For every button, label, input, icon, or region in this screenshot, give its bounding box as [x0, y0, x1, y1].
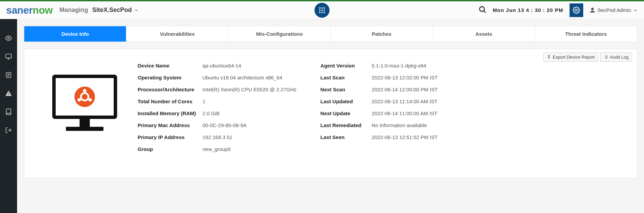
svg-line-10 — [484, 11, 486, 13]
user-icon — [589, 7, 596, 13]
device-illustration — [32, 63, 138, 138]
book-icon — [5, 108, 12, 115]
sidebar-reports[interactable] — [5, 72, 12, 78]
sidebar-library[interactable] — [5, 108, 12, 115]
user-menu[interactable]: SecPod Admin — [589, 7, 638, 13]
brand-part2: now — [33, 4, 53, 16]
device-info-row: Device Nameqa-ubuntux64-14 Operating Sys… — [32, 63, 629, 152]
panel-actions: Export Device Report Audit Log — [543, 52, 632, 62]
brand-part1: saner — [6, 4, 33, 16]
props-right: Agent Version5.1-1.0-noui-1-dpkg-x64 Las… — [320, 63, 437, 152]
managing-label: Managing — [59, 6, 88, 14]
search-icon — [478, 5, 487, 14]
audit-log-button[interactable]: Audit Log — [600, 52, 632, 62]
svg-point-9 — [479, 7, 484, 12]
kv-last-updated: Last Updated2022-06-13 11:14:00 AM IST — [320, 98, 437, 104]
site-name: SiteX.SecPod — [92, 6, 132, 14]
svg-point-1 — [321, 7, 323, 9]
user-name: SecPod Admin — [598, 7, 631, 13]
kv-mac: Primary Mac Address00-0C-29-85-08-9A — [138, 122, 296, 128]
svg-point-34 — [78, 98, 81, 102]
kv-agent-version: Agent Version5.1-1.0-noui-1-dpkg-x64 — [320, 63, 437, 69]
device-properties: Device Nameqa-ubuntux64-14 Operating Sys… — [138, 63, 438, 152]
sidebar — [0, 19, 17, 213]
svg-rect-29 — [66, 127, 103, 131]
site-selector[interactable]: SiteX.SecPod — [92, 6, 139, 14]
sidebar-devices[interactable] — [5, 53, 12, 60]
header-datetime: Mon Jun 13 4 : 30 : 20 PM — [493, 7, 563, 13]
tab-patches[interactable]: Patches — [331, 26, 433, 42]
export-device-report-button[interactable]: Export Device Report — [543, 52, 599, 62]
svg-point-5 — [323, 9, 325, 11]
sidebar-visibility[interactable] — [5, 35, 12, 42]
gear-icon — [573, 6, 580, 14]
kv-last-scan: Last Scan2022-06-13 12:02:00 PM IST — [320, 75, 437, 80]
app-launcher-button[interactable] — [314, 3, 330, 18]
search-button[interactable] — [478, 5, 487, 15]
svg-point-12 — [8, 37, 10, 39]
kv-processor: Processor/ArchitectureIntel(R) Xeon(R) C… — [138, 87, 296, 92]
kv-cores: Total Number of Cores1 — [138, 98, 296, 104]
svg-point-3 — [319, 9, 321, 11]
svg-point-0 — [319, 7, 321, 9]
kv-last-seen: Last Seen2022-06-13 12:51:52 PM IST — [320, 134, 437, 140]
download-icon — [547, 55, 551, 59]
chevron-down-icon — [134, 8, 139, 13]
kv-next-scan: Next Scan2022-06-14 12:00:00 PM IST — [320, 87, 437, 92]
content-area: Device Info Vulnerabilities Mis-Configur… — [17, 19, 644, 213]
tab-threat-indicators[interactable]: Threat Indicators — [535, 26, 637, 42]
kv-next-update: Next Update2022-06-14 11:00:00 AM IST — [320, 110, 437, 116]
tab-misconfigurations[interactable]: Mis-Configurations — [228, 26, 331, 42]
body: Device Info Vulnerabilities Mis-Configur… — [0, 19, 644, 213]
tab-assets[interactable]: Assets — [433, 26, 535, 42]
kv-last-remediated: Last RemediatedNo Information available — [320, 122, 437, 128]
svg-point-8 — [323, 12, 325, 13]
header-tools: Mon Jun 13 4 : 30 : 20 PM SecPod Admin — [478, 3, 638, 17]
monitor-icon — [5, 53, 12, 60]
export-label: Export Device Report — [553, 55, 595, 60]
monitor-ubuntu-icon — [47, 70, 122, 138]
settings-button[interactable] — [570, 3, 583, 17]
props-left: Device Nameqa-ubuntux64-14 Operating Sys… — [138, 63, 296, 152]
audit-label: Audit Log — [610, 55, 629, 60]
chevron-down-icon — [633, 8, 638, 13]
kv-device-name: Device Nameqa-ubuntux64-14 — [138, 63, 296, 69]
brand-logo[interactable]: sanernow — [6, 4, 53, 16]
alert-icon — [5, 90, 12, 97]
eye-icon — [5, 35, 12, 42]
apps-grid-icon — [318, 6, 326, 14]
logout-icon — [5, 127, 12, 134]
svg-rect-13 — [6, 54, 12, 58]
svg-point-11 — [575, 9, 577, 11]
kv-ram: Installed Memory (RAM)2.0 GiB — [138, 110, 296, 116]
sidebar-logout[interactable] — [5, 127, 12, 134]
kv-ip: Primary IP Address192.168.3.51 — [138, 134, 296, 140]
svg-point-32 — [83, 89, 86, 92]
svg-point-4 — [321, 9, 323, 11]
svg-point-33 — [88, 98, 92, 102]
top-bar: sanernow Managing SiteX.SecPod Mon Jun 1… — [0, 1, 644, 19]
kv-group: Groupnew_group5 — [138, 146, 296, 152]
kv-os: Operating SystemUbuntu v18.04 architectu… — [138, 75, 296, 80]
list-icon — [604, 55, 608, 59]
device-panel: Export Device Report Audit Log — [24, 49, 637, 178]
tab-vulnerabilities[interactable]: Vulnerabilities — [126, 26, 228, 42]
tab-bar: Device Info Vulnerabilities Mis-Configur… — [24, 26, 637, 42]
sidebar-alerts[interactable] — [5, 90, 12, 97]
svg-rect-28 — [80, 117, 90, 127]
svg-point-7 — [321, 12, 323, 13]
tab-device-info[interactable]: Device Info — [24, 26, 126, 42]
document-icon — [5, 72, 12, 78]
svg-point-2 — [323, 7, 325, 9]
svg-point-6 — [319, 12, 321, 13]
